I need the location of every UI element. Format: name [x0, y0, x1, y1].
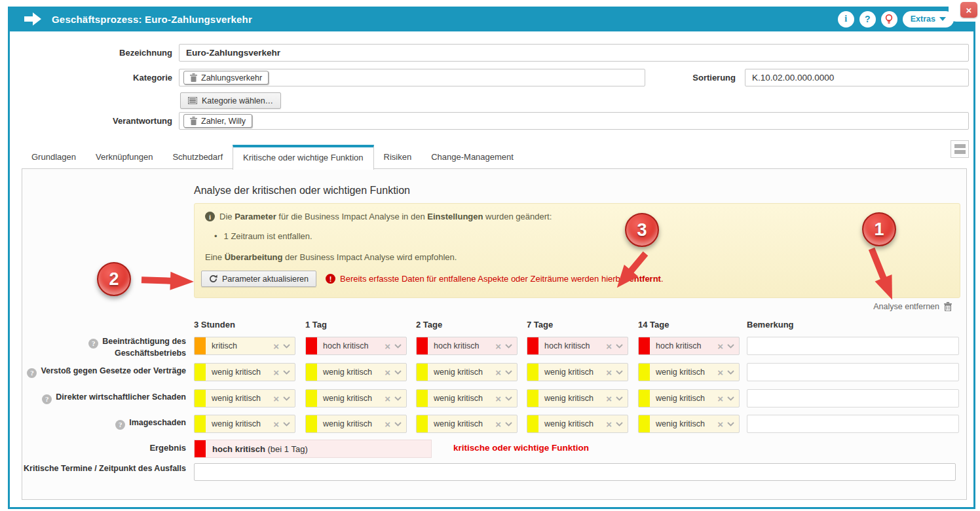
clear-icon[interactable]: ×	[383, 419, 392, 429]
clear-icon[interactable]: ×	[493, 394, 503, 404]
clear-icon[interactable]: ×	[715, 419, 725, 429]
trash-icon	[190, 117, 197, 125]
chevron-down-icon[interactable]	[725, 422, 739, 426]
severity-select[interactable]: wenig kritisch×	[305, 415, 407, 433]
bezeichnung-input[interactable]	[179, 44, 969, 62]
chevron-down-icon[interactable]	[503, 370, 517, 375]
severity-select[interactable]: wenig kritisch×	[194, 415, 295, 433]
clear-icon[interactable]: ×	[715, 368, 725, 377]
hint-lightbulb-button[interactable]	[881, 11, 897, 28]
severity-select[interactable]: wenig kritisch×	[305, 363, 407, 381]
tab-grundlagen[interactable]: Grundlagen	[22, 145, 86, 169]
severity-select[interactable]: wenig kritisch×	[416, 363, 518, 381]
bemerkung-input[interactable]	[747, 363, 959, 381]
level-color-chip	[306, 415, 317, 432]
severity-select[interactable]: wenig kritisch×	[194, 363, 295, 381]
clear-icon[interactable]: ×	[493, 419, 503, 429]
chevron-down-icon[interactable]	[281, 370, 295, 375]
severity-select[interactable]: kritisch×	[194, 337, 295, 355]
tab-change-management[interactable]: Change-Management	[421, 145, 523, 169]
severity-value: wenig kritisch	[428, 419, 493, 428]
clear-icon[interactable]: ×	[604, 368, 614, 377]
severity-select[interactable]: wenig kritisch×	[416, 415, 518, 433]
chevron-down-icon[interactable]	[725, 396, 739, 401]
chevron-down-icon	[939, 17, 946, 21]
clear-icon[interactable]: ×	[383, 368, 392, 377]
chevron-down-icon[interactable]	[725, 344, 739, 349]
severity-select[interactable]: wenig kritisch×	[638, 389, 740, 407]
chevron-down-icon[interactable]	[392, 396, 406, 401]
verantwortung-field[interactable]: Zahler, Willy	[179, 112, 969, 130]
info-button[interactable]: i	[838, 11, 854, 28]
clear-icon[interactable]: ×	[715, 341, 725, 351]
tab-verknüpfungen[interactable]: Verknüpfungen	[86, 145, 162, 169]
row-label: ?Verstoß gegen Gesetze oder Verträge	[22, 363, 186, 381]
remove-analysis-link[interactable]: Analyse entfernen	[873, 302, 952, 311]
chevron-down-icon[interactable]	[614, 370, 628, 375]
clear-icon[interactable]: ×	[493, 341, 503, 351]
extras-menu-button[interactable]: Extras	[903, 11, 954, 28]
level-color-chip	[417, 337, 428, 354]
clear-icon[interactable]: ×	[604, 341, 614, 351]
close-button[interactable]: ×	[960, 2, 977, 18]
clear-icon[interactable]: ×	[383, 341, 392, 351]
bemerkung-input[interactable]	[747, 415, 959, 433]
column-header: 3 Stunden	[194, 320, 235, 330]
clear-icon[interactable]: ×	[604, 419, 614, 429]
severity-select[interactable]: wenig kritisch×	[527, 415, 628, 433]
chevron-down-icon[interactable]	[392, 344, 406, 349]
severity-select[interactable]: hoch kritisch×	[416, 337, 518, 355]
severity-select[interactable]: wenig kritisch×	[416, 389, 518, 407]
help-button[interactable]: ?	[859, 11, 876, 28]
tab-schutzbedarf[interactable]: Schutzbedarf	[162, 145, 233, 169]
tab-kritische-oder-wichtige-funktion[interactable]: Kritische oder wichtige Funktion	[233, 145, 374, 170]
sortierung-input[interactable]	[745, 69, 969, 86]
kategorie-tag[interactable]: Zahlungsverkehr	[183, 71, 269, 85]
clear-icon[interactable]: ×	[383, 394, 392, 404]
chevron-down-icon[interactable]	[392, 370, 406, 375]
clear-icon[interactable]: ×	[271, 419, 281, 429]
clear-icon[interactable]: ×	[271, 341, 281, 351]
severity-value: wenig kritisch	[428, 368, 493, 377]
level-color-chip	[527, 337, 538, 354]
bemerkung-input[interactable]	[747, 337, 959, 355]
severity-select[interactable]: wenig kritisch×	[305, 389, 407, 407]
severity-select[interactable]: wenig kritisch×	[194, 389, 295, 407]
clear-icon[interactable]: ×	[715, 394, 725, 404]
chevron-down-icon[interactable]	[614, 344, 628, 349]
panel-toggle-button[interactable]	[951, 140, 969, 158]
clear-icon[interactable]: ×	[271, 394, 281, 404]
kategorie-field[interactable]: Zahlungsverkehr	[179, 69, 645, 86]
kategorie-waehlen-button[interactable]: Kategorie wählen…	[180, 92, 281, 109]
update-parameters-button[interactable]: Parameter aktualisieren	[201, 271, 316, 287]
severity-value: wenig kritisch	[317, 419, 383, 428]
severity-select[interactable]: hoch kritisch×	[305, 337, 407, 355]
refresh-icon	[209, 274, 217, 283]
emphasis-text: Parameter	[235, 212, 276, 221]
bemerkung-input[interactable]	[747, 389, 959, 407]
verantwortung-tag[interactable]: Zahler, Willy	[183, 114, 252, 128]
chevron-down-icon[interactable]	[392, 422, 406, 426]
severity-select[interactable]: hoch kritisch×	[527, 337, 628, 355]
kritische-termine-input[interactable]	[194, 463, 956, 481]
severity-select[interactable]: wenig kritisch×	[638, 415, 740, 433]
chevron-down-icon[interactable]	[503, 344, 517, 349]
chevron-down-icon[interactable]	[281, 344, 295, 349]
clear-icon[interactable]: ×	[493, 368, 503, 377]
severity-select[interactable]: wenig kritisch×	[638, 363, 740, 381]
chevron-down-icon[interactable]	[614, 396, 628, 401]
clear-icon[interactable]: ×	[271, 368, 281, 377]
chevron-down-icon[interactable]	[281, 396, 295, 401]
chevron-down-icon[interactable]	[614, 422, 628, 426]
chevron-down-icon[interactable]	[503, 396, 517, 401]
severity-select[interactable]: hoch kritisch×	[638, 337, 740, 355]
severity-select[interactable]: wenig kritisch×	[527, 389, 628, 407]
parameter-change-notice: i Die Parameter für die Business Impact …	[194, 203, 960, 298]
severity-select[interactable]: wenig kritisch×	[527, 363, 628, 381]
chevron-down-icon[interactable]	[503, 422, 517, 426]
chevron-down-icon[interactable]	[725, 370, 739, 375]
tab-risiken[interactable]: Risiken	[374, 145, 422, 169]
chevron-down-icon[interactable]	[281, 422, 295, 426]
level-color-chip	[195, 440, 206, 457]
clear-icon[interactable]: ×	[604, 394, 614, 404]
